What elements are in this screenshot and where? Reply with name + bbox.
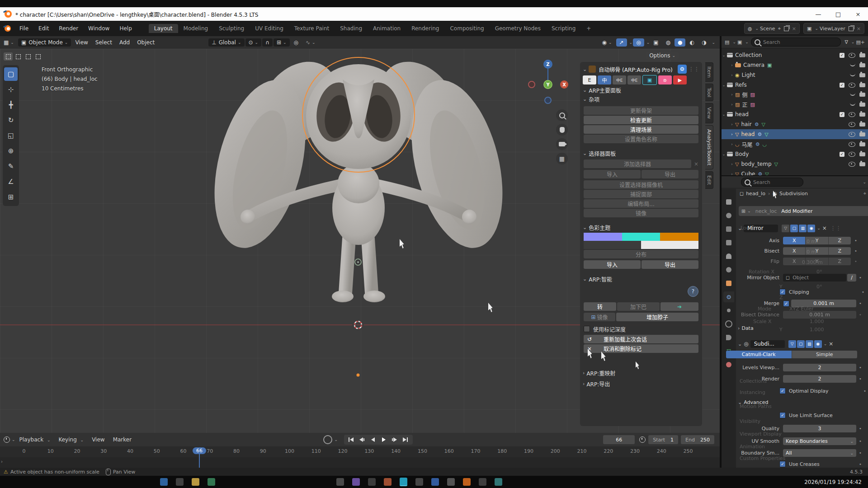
play-reverse-button[interactable] <box>368 436 378 444</box>
turn-button[interactable]: 转 <box>584 302 616 311</box>
mirror-data-subpanel[interactable]: ›Data <box>738 325 754 331</box>
outliner-row-head-selected[interactable]: ›▽head ⚙ ▽ <box>722 129 868 139</box>
menu-edit[interactable]: Edit <box>33 25 54 32</box>
add-cube-tool[interactable]: ⊞ <box>4 190 18 204</box>
timeline-menu-marker[interactable]: Marker <box>109 436 136 443</box>
arp-export-section-header[interactable]: ›ARP:导出 <box>583 379 699 388</box>
playhead-label[interactable]: 66 <box>193 447 206 454</box>
overlays-dropdown[interactable]: ⌄ <box>646 40 650 45</box>
camera-restrict-icon[interactable] <box>859 83 865 87</box>
add-modifier-button[interactable]: Add Modifier <box>781 208 812 214</box>
auto-keying-toggle[interactable] <box>323 435 332 444</box>
new-viewlayer-icon[interactable] <box>849 26 854 31</box>
tab-render[interactable] <box>723 210 734 221</box>
timeline-menu-keying[interactable]: Keying ⌄ <box>54 436 88 443</box>
end-frame-field[interactable]: End250 <box>681 435 714 444</box>
timeline-expand-icon[interactable]: › <box>1 459 3 464</box>
axis-x-button[interactable]: X <box>783 237 806 244</box>
taskbar-icon[interactable] <box>463 478 471 486</box>
workspace-tab-shading[interactable]: Shading <box>335 24 368 33</box>
unlink-scene-icon[interactable]: × <box>792 26 796 32</box>
taskbar-icon[interactable] <box>192 478 199 486</box>
select-mode-intersect[interactable] <box>33 52 42 61</box>
mirror-close-icon[interactable]: × <box>822 225 827 231</box>
select-mode-extend[interactable] <box>14 52 23 61</box>
snap-target-dropdown[interactable]: ⊞⌄ <box>274 38 290 47</box>
outliner-search-input[interactable]: Search <box>751 38 841 47</box>
minimize-button[interactable]: — <box>808 7 828 21</box>
timeline-menu-view[interactable]: View <box>88 436 108 443</box>
toggle-ortho-icon[interactable]: ▦ <box>556 153 568 164</box>
menu-help[interactable]: Help <box>114 25 137 32</box>
show-gizmo-toggle[interactable]: ↗ <box>616 38 627 47</box>
pivot-point-dropdown[interactable]: ⊙⌄ <box>245 38 262 47</box>
tab-tool[interactable] <box>723 197 734 207</box>
colors-export-button[interactable]: 导出 <box>642 260 698 269</box>
outliner-display-mode-icon[interactable]: ▣ <box>737 39 742 45</box>
help-button[interactable]: ? <box>688 286 698 297</box>
eye-open-icon[interactable] <box>849 83 855 88</box>
cancel-markers-button[interactable]: ×取消和删除标记 <box>584 344 698 353</box>
viewport-menu-add[interactable]: Add <box>116 38 133 47</box>
color-swatch-cyan[interactable] <box>622 233 660 241</box>
subdiv-use-limit-row[interactable]: ✓ Use Limit Surface • <box>779 412 833 418</box>
flip-z-button[interactable]: Z <box>829 258 851 265</box>
update-rig-button[interactable]: 更新骨架 <box>584 106 698 115</box>
viewport-menu-view[interactable]: View <box>72 38 91 47</box>
smart-mirror-toggle[interactable]: ⊞镜像 <box>584 313 615 321</box>
stopwatch-icon[interactable] <box>639 436 646 443</box>
outliner-row-cube[interactable]: ›▽Cube ⚙ ▽ <box>722 169 868 175</box>
add-workspace-button[interactable]: + <box>581 24 596 33</box>
axis-z-button[interactable]: Z <box>829 237 851 244</box>
color-swatch-orange[interactable] <box>660 233 698 241</box>
workspace-tab-compositing[interactable]: Compositing <box>444 24 489 33</box>
remove-viewlayer-icon[interactable]: × <box>857 26 861 32</box>
select-mode-set[interactable] <box>4 52 13 61</box>
shading-solid-button[interactable]: ● <box>675 38 685 47</box>
viewlayer-name[interactable]: ViewLayer <box>820 26 845 32</box>
measure-tool[interactable]: ∠ <box>4 175 18 188</box>
timeline-editor-icon[interactable] <box>4 436 10 443</box>
taskbar-icon[interactable] <box>479 478 486 486</box>
marker-depth-row[interactable]: 使用标记深度 <box>584 324 698 334</box>
subdiv-toggle-render[interactable]: ◉ <box>814 340 822 348</box>
smart-arrow-button[interactable]: ➔ <box>660 302 698 311</box>
transform-tool[interactable]: ⊕ <box>4 144 18 158</box>
xray-toggle[interactable]: ▣ <box>650 38 661 47</box>
outliner-row-refs[interactable]: ⌄Refs ✓ <box>722 80 868 90</box>
add-modifier-row[interactable]: ⊞⌄ neck_loc Add Modifier <box>739 206 868 216</box>
gizmo-axis-z-neg[interactable] <box>544 97 552 104</box>
snap-toggle[interactable]: ∩ <box>262 38 273 47</box>
lang-tab-chinese[interactable]: 中 <box>598 75 611 84</box>
zoom-icon[interactable] <box>556 109 568 121</box>
camera-restrict-icon[interactable] <box>859 103 865 107</box>
taskbar-icon[interactable] <box>352 478 360 486</box>
picker-import-button[interactable]: 导入 <box>584 170 641 178</box>
next-keyframe-button[interactable] <box>389 436 400 444</box>
bisect-distance-field[interactable]: 0.001 m <box>783 311 856 319</box>
gizmo-axis-z[interactable]: Z <box>543 60 552 69</box>
subdiv-toggle-realtime[interactable]: ▥ <box>806 340 813 348</box>
tab-output[interactable] <box>723 224 734 235</box>
proportional-edit-toggle[interactable]: ◎ <box>291 38 302 47</box>
scale-tool[interactable]: ◱ <box>4 129 18 142</box>
viewport-canvas[interactable]: Options⌄ Front Orthographic (66) Body | … <box>0 49 720 433</box>
color-swatch-dark[interactable] <box>584 241 641 249</box>
jump-to-end-button[interactable] <box>400 436 411 444</box>
mirror-modifier-header[interactable]: ⌄ Mirror ▽ ▢ ▥ ◉ ⌄ × ⋮⋮ <box>738 223 868 233</box>
mirror-toggle-editmode[interactable]: ▢ <box>790 225 798 232</box>
selectability-visibility-dropdown[interactable]: ◉⌄ <box>599 38 615 47</box>
check-update-button[interactable]: 检查更新 <box>584 116 698 124</box>
select-box-tool[interactable]: ▢ <box>4 67 18 81</box>
workspace-tab-modeling[interactable]: Modeling <box>178 24 214 33</box>
mirror-extras-dropdown[interactable]: ⌄ <box>817 226 821 230</box>
eye-open-icon[interactable] <box>849 112 855 117</box>
mode-dropdown[interactable]: ▣Object Mode⌄ <box>18 38 71 47</box>
drag-dots-icon[interactable]: ⋮⋮ <box>689 66 699 72</box>
gizmo-axis-y[interactable]: Y <box>543 80 552 89</box>
taskbar-icon[interactable] <box>336 478 344 486</box>
subdiv-close-icon[interactable]: × <box>829 341 833 347</box>
taskbar-icon[interactable] <box>447 478 455 486</box>
shading-wireframe-button[interactable]: ◍ <box>663 38 674 47</box>
color-swatch-purple[interactable] <box>584 233 622 241</box>
